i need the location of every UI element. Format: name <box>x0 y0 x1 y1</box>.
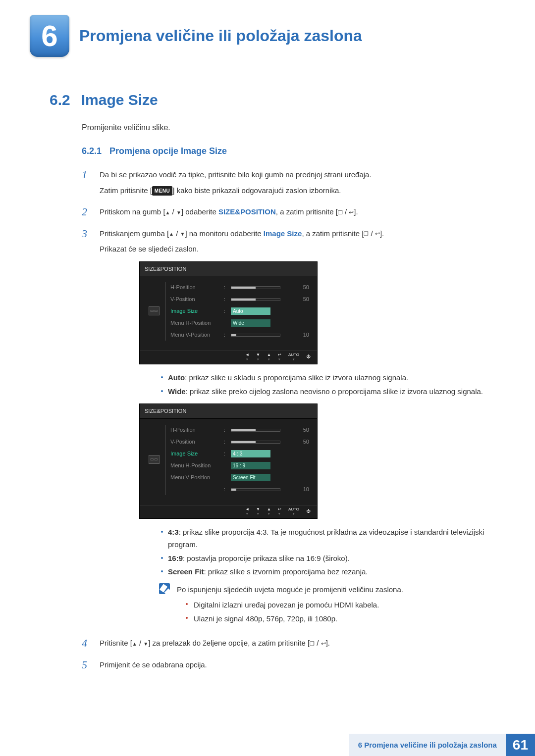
osd-value: 50 <box>295 425 309 435</box>
osd-label: Menu H-Position <box>170 461 220 470</box>
keyword: Image Size <box>264 229 302 238</box>
step-number: 3 <box>82 227 91 240</box>
osd-row: Menu H-Position Wide <box>170 319 309 327</box>
osd-row-selected: Image Size : 4 : 3 <box>170 450 309 457</box>
down-arrow-icon <box>176 207 181 216</box>
osd-nav-icon: ▼ <box>256 507 260 511</box>
osd-row: Menu V-Position Screen Fit <box>170 473 309 481</box>
down-arrow-icon <box>180 229 185 238</box>
osd-label: H-Position <box>170 425 220 435</box>
osd-row: V-Position : 50 <box>170 295 309 303</box>
step-line: Prikazat će se sljedeći zaslon. <box>100 243 505 255</box>
osd-row: Menu H-Position 16 : 9 <box>170 461 309 469</box>
osd-label: Menu H-Position <box>170 318 220 328</box>
step-3: 3 Pritiskanjem gumba [ / ] na monitoru o… <box>82 227 505 631</box>
osd-value: 10 <box>295 485 309 494</box>
osd-label: Menu V-Position <box>170 330 220 340</box>
osd-category-icon: ▭▭ <box>148 426 160 493</box>
osd-option: Wide <box>231 319 270 327</box>
osd-row: : 10 <box>170 485 309 493</box>
enter-icon <box>349 207 354 216</box>
list-item: 4:3: prikaz slike proporcija 4:3. Ta je … <box>159 526 505 551</box>
osd-label: H-Position <box>170 283 220 292</box>
osd-value: 50 <box>295 437 309 447</box>
up-arrow-icon <box>132 639 137 647</box>
text: Pritiskom na gumb [ <box>100 207 165 216</box>
bullet-label: Wide <box>168 387 186 396</box>
step-5: 5 Primijenit će se odabrana opcija. <box>82 658 505 674</box>
step-number: 5 <box>82 658 91 671</box>
osd-nav-icon: ▼ <box>256 353 260 357</box>
osd-row: H-Position : 50 <box>170 283 309 291</box>
osd-label: Image Size <box>170 306 220 316</box>
osd-label: V-Position <box>170 295 220 304</box>
page-footer: 6 Promjena veličine ili položaja zaslona… <box>0 734 535 756</box>
note-block: Po ispunjenju sljedećih uvjeta moguće je… <box>159 583 505 626</box>
source-icon <box>338 207 343 216</box>
keyword: SIZE&POSITION <box>218 207 276 216</box>
footer-text: 6 Promjena veličine ili položaja zaslona <box>349 734 506 756</box>
step-body: Primijenit će se odabrana opcija. <box>100 658 207 674</box>
bullet-label: 4:3 <box>168 528 179 536</box>
step-body: Da bi se prikazao vodič za tipke, pritis… <box>100 168 372 200</box>
osd-option: Auto <box>231 307 270 315</box>
text: , a zatim pritisnite [ <box>276 207 338 216</box>
osd-label: V-Position <box>170 437 220 447</box>
osd-nav-icon: ◄ <box>245 353 249 357</box>
osd-value: 50 <box>295 283 309 292</box>
step-line: Primijenit će se odabrana opcija. <box>100 658 207 671</box>
osd-row: Menu V-Position : 10 <box>170 331 309 339</box>
osd-option: 16 : 9 <box>231 462 270 469</box>
osd-nav-icon: ↩ <box>278 353 281 357</box>
osd-row-selected: Image Size : Auto <box>170 307 309 315</box>
osd-nav-icon: ↩ <box>278 507 281 511</box>
text: , a zatim pritisnite [ <box>302 229 364 238</box>
text: ]. <box>326 639 330 647</box>
up-arrow-icon <box>169 229 174 238</box>
text: ]. <box>380 229 384 238</box>
osd-value: 50 <box>295 295 309 304</box>
subsection-title: Promjena opcije Image Size <box>109 146 227 156</box>
step-body: Pritiskom na gumb [ / ] odaberite SIZE&P… <box>100 205 358 221</box>
osd-nav-label: AUTO <box>288 507 299 511</box>
list-item: 16:9: postavlja proporcije prikaza slike… <box>159 552 505 565</box>
up-arrow-icon <box>165 207 170 216</box>
osd-category-icon: ▭▭ <box>148 283 160 339</box>
list-item: Wide: prikaz slike preko cijelog zaslona… <box>159 385 505 398</box>
bullet-text: : postavlja proporcije prikaza slike na … <box>183 554 350 562</box>
source-icon <box>364 229 369 238</box>
osd-nav-icon: ▲ <box>267 353 271 357</box>
osd-value: 10 <box>295 330 309 340</box>
subsection-heading: 6.2.1 Promjena opcije Image Size <box>82 146 505 156</box>
bullet-list: Auto: prikaz slike u skladu s proporcija… <box>159 371 505 398</box>
step-4: 4 Pritisnite [ / ] za prelazak do željen… <box>82 637 505 653</box>
bullet-text: : prikaz slike preko cijelog zaslona neo… <box>186 387 483 396</box>
text: Pritisnite [ <box>100 639 132 647</box>
step-number: 1 <box>82 168 91 181</box>
bullet-label: Auto <box>168 373 185 382</box>
power-icon: ⏻ <box>306 355 310 359</box>
osd-label: Menu V-Position <box>170 473 220 482</box>
power-icon: ⏻ <box>306 509 310 513</box>
note-item: Ulazni je signal 480p, 576p, 720p, ili 1… <box>186 612 403 625</box>
section-number: 6.2 <box>50 92 70 108</box>
bullet-text: : prikaz slike u skladu s proporcijama s… <box>185 373 408 382</box>
osd-footer: ◄▾ ▼▾ ▲▾ ↩▾ AUTO▾ ⏻ <box>140 351 317 364</box>
chapter-header: 6 Promjena veličine ili položaja zaslona <box>30 15 505 57</box>
step-1: 1 Da bi se prikazao vodič za tipke, prit… <box>82 168 505 200</box>
bullet-label: 16:9 <box>168 554 183 562</box>
text: Pritiskanjem gumba [ <box>100 229 169 238</box>
subsection-number: 6.2.1 <box>82 146 102 156</box>
note-body: Po ispunjenju sljedećih uvjeta moguće je… <box>177 583 403 626</box>
text: ]. <box>354 207 358 216</box>
bullet-list: 4:3: prikaz slike proporcija 4:3. Ta je … <box>159 526 505 578</box>
step-number: 4 <box>82 637 91 650</box>
osd-footer: ◄▾ ▼▾ ▲▾ ↩▾ AUTO▾ ⏻ <box>140 505 317 518</box>
note-icon <box>159 583 170 594</box>
step-line: Zatim pritisnite [MENU] kako biste prika… <box>100 184 372 197</box>
down-arrow-icon <box>143 639 148 647</box>
footer-page-number: 61 <box>506 734 535 756</box>
step-body: Pritisnite [ / ] za prelazak do željene … <box>100 637 330 653</box>
text: ] za prelazak do željene opcije, a zatim… <box>148 639 310 647</box>
step-line: Pritiskanjem gumba [ / ] na monitoru oda… <box>100 227 505 240</box>
